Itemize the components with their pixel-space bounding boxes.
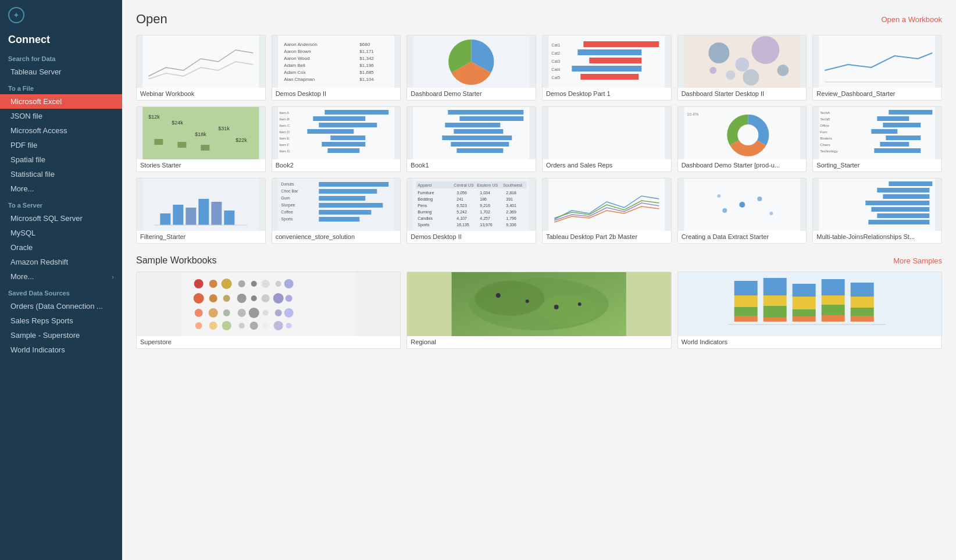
thumb-world: [678, 272, 941, 336]
sample-label-regional: Regional: [407, 336, 670, 348]
thumb-sorting: TechA TechB Office Furn Binders Chairs T…: [813, 107, 941, 159]
sidebar-item-json-file[interactable]: JSON file: [0, 109, 122, 123]
svg-text:$1,685: $1,685: [359, 70, 374, 75]
workbook-card-webinar[interactable]: Webinar Workbook: [136, 35, 266, 101]
workbook-card-stories[interactable]: $12k $24k $18k $31k $22k Stories Starter: [136, 106, 266, 172]
workbook-card-orders-sales[interactable]: Orders and Sales Reps: [542, 106, 672, 172]
sidebar-item-oracle[interactable]: Oracle: [0, 240, 122, 255]
svg-text:Burning: Burning: [418, 210, 432, 215]
thumb-demos-d2: Apparel Central US Eastern US Southwest …: [407, 179, 536, 231]
workbook-card-book2[interactable]: Item A Item B Item C Item D Item E Item …: [272, 106, 401, 172]
sidebar-item-more-server[interactable]: More... ›: [0, 269, 122, 284]
sample-card-world-indicators[interactable]: World Indicators: [677, 272, 942, 349]
workbook-label-orders-sales: Orders and Sales Reps: [543, 159, 671, 172]
to-a-file-section-header: To a File: [0, 79, 122, 94]
workbook-card-tableau-desktop[interactable]: Tableau Desktop Part 2b Master: [542, 178, 672, 244]
svg-rect-81: [880, 142, 909, 147]
svg-text:$18k: $18k: [195, 131, 206, 137]
svg-text:Chairs: Chairs: [821, 143, 830, 147]
svg-text:$12k: $12k: [148, 114, 160, 120]
svg-rect-106: [319, 203, 383, 208]
svg-rect-217: [850, 308, 873, 316]
svg-point-192: [475, 281, 545, 316]
svg-rect-202: [734, 316, 757, 322]
workbook-label-multitable: Multi-table-JoinsRelationships St...: [813, 231, 941, 243]
workbook-card-demos2[interactable]: Aaron Anderson$680 Aaron Brown$1,171 Aar…: [272, 35, 401, 101]
sample-card-superstore[interactable]: Superstore: [136, 272, 401, 349]
svg-point-187: [274, 321, 283, 330]
sidebar-item-pdf-file[interactable]: PDF file: [0, 138, 122, 152]
thumb-webinar: [137, 35, 265, 88]
svg-text:Cat1: Cat1: [551, 43, 560, 47]
sample-card-regional[interactable]: Regional: [406, 272, 671, 349]
workbook-card-convenience[interactable]: Donuts Choc Bar Gum Slurpee Coffee Sport…: [272, 178, 401, 244]
thumb-regional: [407, 272, 670, 336]
workbook-label-convenience: convenience_store_solution: [272, 231, 401, 243]
sample-label-world-indicators: World Indicators: [678, 336, 941, 348]
svg-rect-19: [589, 58, 641, 63]
thumb-superstore: [137, 272, 400, 336]
thumb-convenience: Donuts Choc Bar Gum Slurpee Coffee Sport…: [272, 179, 401, 231]
svg-rect-201: [734, 307, 757, 316]
svg-text:$22k: $22k: [236, 137, 247, 143]
workbook-grid: Webinar Workbook Aaron Anderson$680 Aaro…: [136, 35, 942, 244]
svg-rect-80: [886, 135, 921, 140]
sidebar-item-microsoft-excel[interactable]: Microsoft Excel: [0, 94, 122, 109]
svg-rect-213: [821, 305, 844, 315]
workbook-card-dashboard-prod[interactable]: 10.4% Dashboard Demo Starter [prod-u...: [677, 106, 807, 172]
workbook-card-demos-d2[interactable]: Apparel Central US Eastern US Southwest …: [406, 178, 536, 244]
svg-text:1,702: 1,702: [480, 210, 491, 214]
svg-text:13,976: 13,976: [480, 223, 493, 227]
svg-text:Aaron Wood: Aaron Wood: [284, 56, 309, 61]
svg-rect-54: [327, 148, 359, 153]
svg-text:Donuts: Donuts: [281, 182, 294, 186]
svg-text:TechB: TechB: [821, 117, 830, 121]
sidebar-item-world-indicators[interactable]: World Indicators: [0, 343, 122, 357]
sidebar-item-orders[interactable]: Orders (Data Connection ...: [0, 299, 122, 313]
svg-rect-150: [877, 188, 930, 192]
svg-point-172: [286, 295, 292, 302]
workbook-card-book1[interactable]: Book1: [406, 106, 536, 172]
workbook-card-multitable[interactable]: Multi-table-JoinsRelationships St...: [812, 178, 942, 244]
sidebar-item-mysql[interactable]: MySQL: [0, 226, 122, 240]
svg-text:1,796: 1,796: [506, 216, 517, 220]
svg-text:$31k: $31k: [218, 126, 230, 131]
sample-grid: Superstore: [136, 272, 942, 349]
workbook-card-filtering[interactable]: Filtering_Starter: [136, 178, 266, 244]
svg-rect-79: [872, 129, 898, 134]
svg-text:Adam Cox: Adam Cox: [284, 70, 305, 75]
sidebar-item-sql-server[interactable]: Microsoft SQL Server: [0, 211, 122, 226]
sidebar-item-tableau-server[interactable]: Tableau Server: [0, 65, 122, 79]
svg-text:$1,171: $1,171: [359, 49, 374, 54]
page-title: Open: [136, 12, 167, 27]
svg-rect-206: [763, 318, 786, 322]
svg-rect-53: [322, 142, 365, 147]
svg-point-181: [195, 322, 202, 329]
svg-rect-21: [580, 74, 638, 80]
svg-point-162: [262, 280, 270, 288]
sidebar-item-amazon-redshift[interactable]: Amazon Redshift: [0, 255, 122, 269]
workbook-label-stories: Stories Starter: [137, 159, 265, 172]
workbook-card-sorting[interactable]: TechA TechB Office Furn Binders Chairs T…: [812, 106, 942, 172]
sidebar-item-spatial-file[interactable]: Spatial file: [0, 152, 122, 167]
thumb-tableau-desktop: [543, 179, 671, 231]
svg-point-33: [709, 67, 716, 74]
svg-rect-200: [734, 295, 757, 307]
open-workbook-link[interactable]: Open a Workbook: [881, 15, 942, 24]
sidebar-item-more-file[interactable]: More...: [0, 181, 122, 196]
sidebar-item-sample-superstore[interactable]: Sample - Superstore: [0, 328, 122, 343]
sidebar-item-microsoft-access[interactable]: Microsoft Access: [0, 123, 122, 138]
workbook-card-demos-desktop1[interactable]: Cat1 Cat2 Cat3 Cat4 Cat5 Demos Desktop P…: [542, 35, 672, 101]
sidebar-item-statistical-file[interactable]: Statistical file: [0, 167, 122, 181]
workbook-card-dashboard-demo[interactable]: Dashboard Demo Starter: [406, 35, 536, 101]
sidebar-item-sales-reps-sports[interactable]: Sales Reps Sports: [0, 313, 122, 328]
app-logo-icon: ✦: [8, 7, 24, 23]
workbook-card-dashboard-starter2[interactable]: Dashboard Starter Desktop II: [677, 35, 807, 101]
svg-rect-216: [850, 297, 873, 308]
svg-point-188: [286, 323, 292, 329]
more-samples-link[interactable]: More Samples: [893, 256, 942, 265]
workbook-card-review[interactable]: Review_Dashboard_Starter: [812, 35, 942, 101]
svg-point-165: [194, 293, 204, 304]
workbook-card-data-extract[interactable]: Creating a Data Extract Starter: [677, 178, 807, 244]
svg-point-169: [251, 295, 257, 301]
